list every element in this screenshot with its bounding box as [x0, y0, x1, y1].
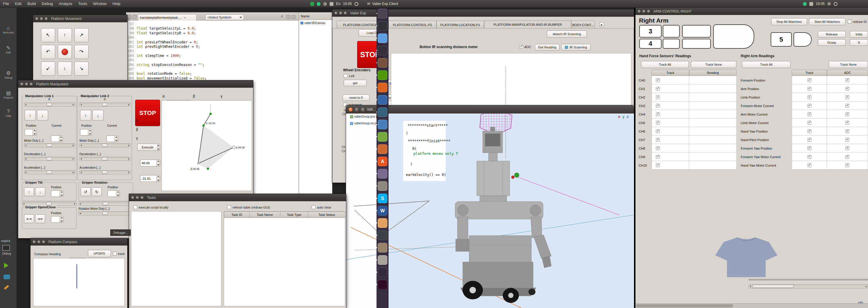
- panel-titlebar[interactable]: Platform Compass: [31, 238, 127, 246]
- launcher-dark-app-2-icon[interactable]: [378, 230, 388, 240]
- menu-file[interactable]: File: [0, 0, 12, 8]
- mode-debug[interactable]: ⚙Debug: [0, 70, 17, 79]
- script-textarea[interactable]: [131, 211, 221, 306]
- adc-checkbox[interactable]: [845, 95, 849, 99]
- viewer3d-titlebar[interactable]: Valt...: [346, 105, 634, 114]
- tab-body-cont-[interactable]: BODY-CONT...: [571, 21, 595, 28]
- editor-icon-1[interactable]: [127, 15, 131, 19]
- window-titlebar[interactable]: ARM-CONTROL-RIGHT: [636, 8, 868, 15]
- viewer3d-canvas[interactable]: valterGroup.pos [x... valterGroup.rot [x…: [346, 114, 634, 308]
- track-checkbox[interactable]: [656, 87, 660, 91]
- movement-backward-button[interactable]: ↓: [58, 62, 72, 76]
- link1-slider[interactable]: [24, 103, 75, 106]
- adc-checkbox[interactable]: [845, 104, 849, 107]
- link1-acceleration-slider[interactable]: [24, 171, 75, 174]
- movement-backward-left-button[interactable]: ↙: [41, 62, 55, 76]
- menu-debug[interactable]: Debug: [39, 0, 56, 8]
- track-checkbox[interactable]: [656, 78, 660, 82]
- close-icon[interactable]: [35, 17, 38, 20]
- compass-canvas[interactable]: [33, 258, 125, 306]
- launcher-contacts-icon[interactable]: [378, 218, 388, 228]
- messages-indicator-icon[interactable]: [310, 2, 314, 6]
- adc-checkbox[interactable]: [845, 155, 849, 159]
- editor-icon-3[interactable]: [286, 15, 290, 19]
- launcher-dark-app-1-icon[interactable]: [378, 46, 388, 56]
- sync-indicator-icon[interactable]: [317, 2, 320, 6]
- launcher-word-app-icon[interactable]: W: [378, 206, 388, 216]
- menu-edit[interactable]: Edit: [12, 0, 24, 8]
- finger-segment[interactable]: [663, 25, 680, 37]
- scene-tree-item[interactable]: valterGroup.rot [x,...: [350, 122, 380, 125]
- camera-indicator-icon[interactable]: [323, 2, 327, 6]
- track-checkbox[interactable]: [808, 138, 811, 142]
- track-checkbox[interactable]: [808, 87, 811, 91]
- panel-titlebar[interactable]: Tasks: [129, 194, 346, 201]
- link1-deceleration-slider[interactable]: [24, 157, 75, 161]
- open-close-position-spinbox[interactable]: [51, 216, 63, 223]
- panel-titlebar[interactable]: Platform Movement: [33, 15, 127, 22]
- track-checkbox[interactable]: [656, 95, 660, 99]
- link2-motor-duty-slider[interactable]: [80, 144, 130, 147]
- track-checkbox[interactable]: [656, 121, 660, 125]
- adc-checkbox[interactable]: [845, 78, 849, 82]
- minimize-icon[interactable]: [354, 107, 359, 112]
- ir-scanning-button[interactable]: IR Scanning: [561, 44, 591, 51]
- minimize-icon[interactable]: [136, 196, 139, 199]
- release-button[interactable]: Release: [818, 31, 846, 37]
- tab-platform-location-p1[interactable]: PLATFORM-LOCATION-P1: [436, 21, 484, 28]
- track-checkbox[interactable]: track: [113, 252, 125, 255]
- adc-checkbox[interactable]: ADC: [519, 45, 531, 49]
- movement-rotate-right-button[interactable]: ↷: [74, 45, 89, 59]
- close-icon[interactable]: [334, 11, 338, 15]
- launcher-libreoffice-calc-icon[interactable]: [378, 132, 388, 142]
- monitor-icon[interactable]: [2, 245, 10, 251]
- adc-checkbox[interactable]: [845, 129, 849, 133]
- link1-motor-duty-slider[interactable]: [24, 144, 75, 147]
- network-indicator-icon[interactable]: [803, 2, 807, 6]
- track-checkbox[interactable]: [808, 121, 811, 125]
- refresh-table-checkbox[interactable]: refresh table (redraw GUI): [227, 205, 270, 209]
- movement-rotate-left-button[interactable]: ↶: [41, 45, 55, 59]
- scene-tree-item[interactable]: valterGroup.pos [x...: [350, 115, 381, 118]
- editor-icon-2[interactable]: [132, 15, 137, 19]
- finger-tip-box[interactable]: [794, 32, 812, 47]
- close-icon[interactable]: [33, 240, 36, 243]
- mode-edit[interactable]: ✎Edit: [0, 45, 17, 54]
- tasks-table[interactable]: Task IDTask NameTask TypeTask Status: [224, 211, 345, 306]
- menu-help[interactable]: Help: [110, 0, 123, 8]
- track-checkbox[interactable]: [656, 129, 660, 133]
- launcher-gray-app-icon[interactable]: [378, 181, 388, 191]
- palm-box[interactable]: [713, 24, 754, 49]
- sidebar-item[interactable]: valter3DCanvas: [299, 20, 332, 26]
- manipulator-stop-button[interactable]: STOP: [135, 100, 160, 126]
- get-left-encoder-button[interactable]: get: [344, 80, 367, 86]
- hand-track-none-button[interactable]: Track None: [691, 61, 736, 68]
- tab-platform-control-p2[interactable]: PLATFORM-CONTROL-P2: [389, 21, 436, 28]
- panel-titlebar[interactable]: Platform Manipulator: [18, 81, 253, 88]
- launcher-libreoffice-impress-icon[interactable]: [378, 144, 388, 154]
- maximize-icon[interactable]: [344, 11, 347, 15]
- tilt-up-button[interactable]: ↑: [24, 187, 34, 196]
- track-checkbox[interactable]: [808, 163, 811, 167]
- track-checkbox[interactable]: [808, 95, 811, 99]
- maximize-icon[interactable]: [361, 107, 365, 112]
- rotate-ccw-button[interactable]: ↺: [81, 187, 91, 196]
- finger-3-box[interactable]: 3: [639, 25, 661, 37]
- adc-checkbox[interactable]: [845, 87, 849, 91]
- launcher-libreoffice-writer-icon[interactable]: [378, 120, 388, 129]
- rotation-motor-duty-slider[interactable]: [79, 212, 132, 215]
- link1-current-spinbox[interactable]: [51, 135, 63, 142]
- view-slider[interactable]: [749, 284, 868, 288]
- scrollbar-thumb[interactable]: [636, 304, 733, 307]
- adc-checkbox[interactable]: [845, 163, 849, 167]
- execute-button[interactable]: Execute: [137, 144, 158, 151]
- link2-up-button[interactable]: ↑: [80, 110, 91, 121]
- track-checkbox[interactable]: [808, 129, 811, 133]
- session-icon[interactable]: [354, 2, 358, 6]
- gamma-spinbox[interactable]: -31.81: [140, 175, 160, 182]
- finger-segment[interactable]: [682, 39, 711, 49]
- maximize-icon[interactable]: [44, 17, 48, 20]
- start-all-watchers-button[interactable]: Start All Watchers: [809, 18, 845, 25]
- menu-analyze[interactable]: Analyze: [56, 0, 75, 8]
- launcher-terminal-bottom-icon[interactable]: [378, 280, 388, 289]
